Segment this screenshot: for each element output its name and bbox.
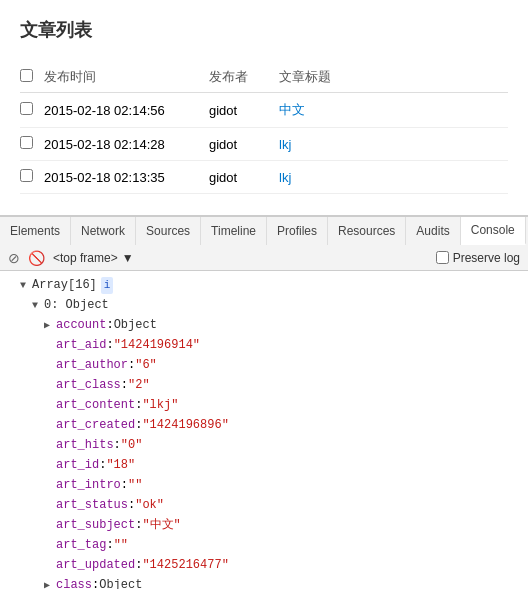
row-checkbox-2[interactable] (20, 169, 33, 182)
tab-timeline[interactable]: Timeline (201, 217, 267, 245)
tree-prop-account[interactable]: account: Object (0, 315, 528, 335)
table-row: 2015-02-18 02:13:35 gidot lkj (20, 161, 508, 194)
article-link[interactable]: lkj (279, 137, 291, 152)
row-title[interactable]: lkj (279, 137, 508, 152)
tab-resources[interactable]: Resources (328, 217, 406, 245)
header-title: 文章标题 (279, 68, 508, 86)
row-author: gidot (209, 170, 279, 185)
preserve-log-checkbox[interactable] (436, 251, 449, 264)
tree-toggle[interactable] (20, 278, 32, 293)
article-table: 发布时间 发布者 文章标题 2015-02-18 02:14:56 gidot … (20, 62, 508, 194)
row-checkbox-col (20, 102, 44, 118)
row-date: 2015-02-18 02:14:56 (44, 103, 209, 118)
filter-icon[interactable]: ⊘ (8, 250, 20, 266)
tree-toggle[interactable] (32, 298, 44, 313)
article-list-panel: 文章列表 发布时间 发布者 文章标题 2015-02-18 02:14:56 g… (0, 0, 528, 215)
console-bar: ⊘ 🚫 <top frame> ▼ Preserve log (0, 245, 528, 271)
header-date: 发布时间 (44, 68, 209, 86)
tab-audits[interactable]: Audits (406, 217, 460, 245)
row-title[interactable]: 中文 (279, 101, 508, 119)
tab-sources[interactable]: Sources (136, 217, 201, 245)
array-badge: i (101, 277, 114, 294)
tree-prop-art_status[interactable]: art_status: "ok" (0, 495, 528, 515)
tab-profiles[interactable]: Profiles (267, 217, 328, 245)
tree-prop-art_tag[interactable]: art_tag: "" (0, 535, 528, 555)
header-author: 发布者 (209, 68, 279, 86)
tree-prop-class[interactable]: class: Object (0, 575, 528, 589)
preserve-log-label: Preserve log (453, 251, 520, 265)
tree-prop-art_id[interactable]: art_id: "18" (0, 455, 528, 475)
table-row: 2015-02-18 02:14:56 gidot 中文 (20, 93, 508, 128)
select-all-checkbox[interactable] (20, 69, 33, 82)
tree-toggle[interactable] (44, 318, 56, 333)
tree-prop-art_aid[interactable]: art_aid: "1424196914" (0, 335, 528, 355)
tree-prop-art_subject[interactable]: art_subject: "中文" (0, 515, 528, 535)
row-checkbox-1[interactable] (20, 136, 33, 149)
tab-console[interactable]: Console (461, 217, 526, 245)
tree-prop-art_content[interactable]: art_content: "lkj" (0, 395, 528, 415)
chevron-down-icon: ▼ (122, 251, 134, 265)
table-body: 2015-02-18 02:14:56 gidot 中文 2015-02-18 … (20, 93, 508, 194)
tab-elements[interactable]: Elements (0, 217, 71, 245)
tree-prop-art_created[interactable]: art_created: "1424196896" (0, 415, 528, 435)
row-date: 2015-02-18 02:13:35 (44, 170, 209, 185)
row-checkbox-col (20, 136, 44, 152)
devtools-panel: ElementsNetworkSourcesTimelineProfilesRe… (0, 215, 528, 589)
clear-icon[interactable]: 🚫 (28, 250, 45, 266)
row-checkbox-col (20, 169, 44, 185)
tree-toggle[interactable] (44, 578, 56, 589)
article-link[interactable]: lkj (279, 170, 291, 185)
page-title: 文章列表 (20, 10, 508, 50)
tab-network[interactable]: Network (71, 217, 136, 245)
table-header: 发布时间 发布者 文章标题 (20, 62, 508, 93)
row-date: 2015-02-18 02:14:28 (44, 137, 209, 152)
row-author: gidot (209, 103, 279, 118)
tree-array-root[interactable]: Array[16]i (0, 275, 528, 295)
frame-label: <top frame> (53, 251, 118, 265)
row-title[interactable]: lkj (279, 170, 508, 185)
tree-prop-art_updated[interactable]: art_updated: "1425216477" (0, 555, 528, 575)
tree-prop-art_author[interactable]: art_author: "6" (0, 355, 528, 375)
tree-prop-art_intro[interactable]: art_intro: "" (0, 475, 528, 495)
row-author: gidot (209, 137, 279, 152)
preserve-log-option[interactable]: Preserve log (436, 251, 520, 265)
tree-prop-art_hits[interactable]: art_hits: "0" (0, 435, 528, 455)
frame-selector[interactable]: <top frame> ▼ (53, 251, 134, 265)
console-output: Array[16]i0: Objectaccount: Objectart_ai… (0, 271, 528, 589)
devtools-tabs: ElementsNetworkSourcesTimelineProfilesRe… (0, 217, 528, 245)
article-link[interactable]: 中文 (279, 102, 305, 117)
row-checkbox-0[interactable] (20, 102, 33, 115)
tree-prop-art_class[interactable]: art_class: "2" (0, 375, 528, 395)
tree-item-0[interactable]: 0: Object (0, 295, 528, 315)
table-row: 2015-02-18 02:14:28 gidot lkj (20, 128, 508, 161)
header-checkbox-col (20, 69, 44, 85)
